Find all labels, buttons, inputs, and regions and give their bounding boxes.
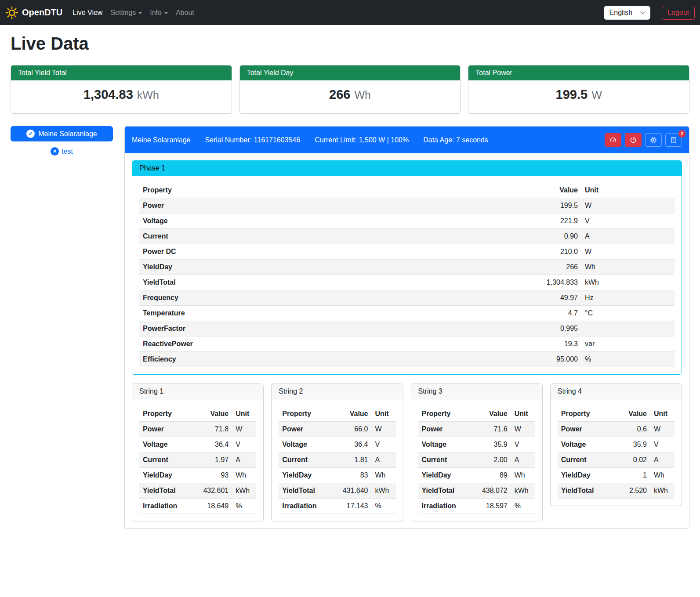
summary-card-body: 199.5 W [468, 80, 689, 113]
property-cell: Voltage [139, 213, 404, 229]
value-cell: 66.0 [330, 422, 372, 437]
phase-card: Phase 1 Property Value Unit [132, 160, 682, 375]
value-cell: 199.5 [404, 198, 581, 213]
property-cell: Current [279, 452, 330, 468]
value-cell: 95.000 [404, 352, 581, 367]
string-card-2: String 2 Property Value Unit [271, 384, 403, 521]
language-select[interactable]: English [604, 6, 650, 20]
table-row: PowerFactor0.995 [139, 321, 675, 336]
value-cell: 221.9 [404, 213, 581, 229]
property-cell: YieldTotal [418, 483, 469, 499]
unit-cell: V [372, 437, 396, 452]
brand-link[interactable]: OpenDTU [5, 6, 62, 19]
value-cell: 35.9 [469, 437, 511, 452]
property-header: Property [139, 406, 190, 422]
string-card-3: String 3 Property Value Unit [411, 384, 543, 521]
property-cell: YieldTotal [279, 483, 330, 499]
value-cell: 0.995 [404, 321, 581, 336]
inverter-card-body: Phase 1 Property Value Unit [125, 153, 689, 528]
table-row: Irradiation18.597% [418, 499, 535, 514]
x-circle-icon [51, 147, 59, 156]
nav-item-label: Info [150, 9, 162, 17]
value-cell: 19.3 [404, 336, 581, 352]
table-row: YieldDay1Wh [558, 468, 675, 483]
property-cell: Power [139, 198, 404, 213]
nav-links: Live View Settings Info About [69, 5, 198, 20]
property-cell: Power [558, 422, 609, 437]
property-header: Property [279, 406, 330, 422]
nav-item-label: About [176, 9, 194, 17]
string-card-header: String 1 [132, 384, 263, 399]
language-select-value: English [609, 9, 632, 17]
power-icon [630, 137, 637, 144]
unit-cell: Wh [581, 260, 675, 275]
value-header: Value [469, 406, 511, 422]
inverter-actions: 2 [605, 133, 682, 147]
summary-card-value: 1,304.83 [83, 87, 133, 102]
unit-cell: W [232, 422, 256, 437]
unit-cell: % [232, 499, 256, 514]
inverter-item-label: test [62, 148, 73, 156]
string-card-header: String 4 [551, 384, 682, 399]
property-cell: Voltage [279, 437, 330, 452]
property-cell: Voltage [139, 437, 190, 452]
power-settings-button[interactable] [625, 133, 642, 147]
value-cell: 71.8 [190, 422, 232, 437]
summary-card-body: 266 Wh [240, 80, 461, 113]
limit-settings-button[interactable] [605, 133, 621, 147]
table-row: Current1.97A [139, 452, 256, 468]
dropdown-caret-icon [164, 12, 168, 14]
table-row: YieldTotal438.072kWh [418, 483, 535, 499]
summary-cards-row: Total Yield Total 1,304.83 kWh Total Yie… [11, 65, 689, 114]
nav-item-live-view[interactable]: Live View [69, 5, 106, 20]
value-cell: 0.90 [404, 229, 581, 244]
device-info-button[interactable] [645, 133, 662, 147]
value-cell: 1 [609, 468, 650, 483]
inverter-card-header: Meine Solaranlage Serial Number: 1161716… [125, 127, 689, 153]
sun-logo-icon [5, 6, 18, 19]
string-table-wrap: Property Value Unit Power0.6W Voltage35.… [551, 399, 682, 499]
inverter-item-test[interactable]: test [11, 147, 113, 156]
inverter-data-age: Data Age: 7 seconds [423, 136, 488, 144]
logout-button[interactable]: Logout [662, 6, 695, 20]
property-cell: YieldDay [139, 260, 404, 275]
value-cell: 93 [190, 468, 232, 483]
table-row: YieldDay83Wh [279, 468, 395, 483]
unit-cell: kWh [372, 483, 396, 499]
phase-table-wrap: Property Value Unit Power199.5W Voltage2… [132, 176, 682, 367]
property-cell: Power [279, 422, 330, 437]
speedometer-icon [609, 137, 617, 144]
event-log-button[interactable]: 2 [665, 133, 682, 147]
table-row: YieldDay266Wh [139, 260, 675, 275]
property-cell: YieldDay [558, 468, 609, 483]
unit-cell: V [650, 437, 675, 452]
property-header: Property [418, 406, 469, 422]
unit-cell [581, 321, 675, 336]
summary-card-header: Total Power [468, 65, 689, 80]
property-cell: YieldDay [418, 468, 469, 483]
nav-item-settings[interactable]: Settings [106, 5, 146, 20]
event-count-badge: 2 [678, 130, 685, 137]
table-row: Power66.0W [279, 422, 395, 437]
value-cell: 1.81 [330, 452, 372, 468]
table-row: Efficiency95.000% [139, 352, 675, 367]
table-header-row: Property Value Unit [558, 406, 675, 422]
value-cell: 83 [330, 468, 372, 483]
inverter-select-button[interactable]: Meine Solaranlage [11, 126, 113, 141]
unit-cell: kWh [650, 483, 675, 499]
property-cell: Power [139, 422, 190, 437]
property-cell: Irradiation [139, 499, 190, 514]
table-row: Frequency49.97Hz [139, 290, 675, 306]
string-table: Property Value Unit Power71.8W Voltage36… [139, 406, 256, 514]
property-cell: ReactivePower [139, 336, 404, 352]
nav-item-about[interactable]: About [172, 5, 198, 20]
unit-cell: W [581, 244, 675, 260]
table-row: Current0.90A [139, 229, 675, 244]
value-cell: 1,304.833 [404, 275, 581, 290]
nav-item-info[interactable]: Info [146, 5, 172, 20]
property-cell: YieldTotal [139, 483, 190, 499]
summary-card-unit: Wh [354, 89, 371, 101]
value-cell: 266 [404, 260, 581, 275]
unit-cell: V [511, 437, 535, 452]
string-table-wrap: Property Value Unit Power66.0W Voltage36… [272, 399, 403, 514]
